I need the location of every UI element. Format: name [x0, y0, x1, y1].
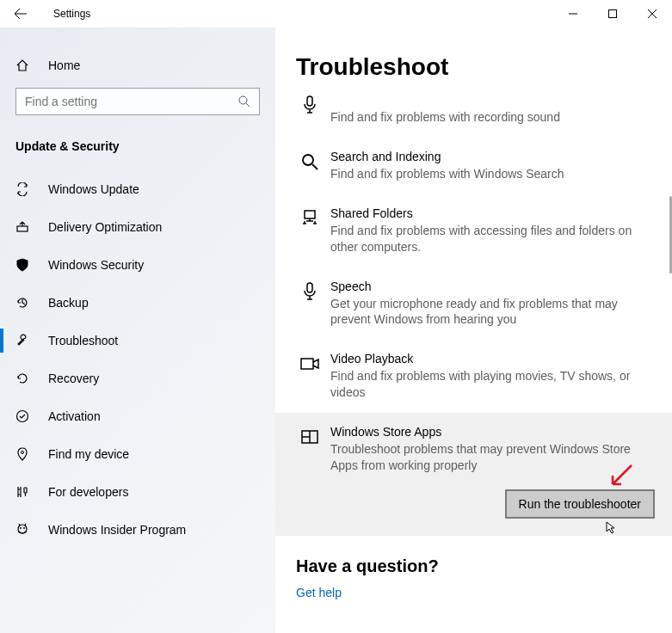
titlebar: Settings: [0, 0, 672, 28]
apps-icon: [296, 425, 324, 519]
svg-rect-0: [609, 10, 617, 18]
item-desc: Find and fix problems with recording sou…: [330, 109, 655, 126]
location-icon: [15, 447, 33, 461]
sidebar-item-recovery[interactable]: Recovery: [0, 360, 275, 397]
item-desc: Find and fix problems with playing movie…: [330, 368, 655, 401]
svg-rect-11: [307, 283, 312, 292]
troubleshoot-item-shared-folders[interactable]: Shared Folders Find and fix problems wit…: [296, 194, 655, 267]
annotation-arrow-icon: [607, 464, 633, 489]
sidebar-item-activation[interactable]: Activation: [0, 397, 275, 435]
svg-point-6: [20, 527, 22, 529]
have-question-section: Have a question? Get help: [275, 536, 672, 600]
section-header: Update & Security: [0, 127, 275, 162]
home-icon: [15, 58, 33, 72]
insider-icon: [15, 523, 33, 537]
window-controls: [553, 0, 672, 28]
maximize-button[interactable]: [593, 0, 632, 28]
sidebar: Home Update & Security Windows Update De…: [0, 28, 275, 633]
troubleshoot-item-speech[interactable]: Speech Get your microphone ready and fix…: [296, 267, 655, 341]
search-input[interactable]: [15, 88, 260, 115]
video-icon: [296, 352, 324, 401]
wrench-icon: [15, 334, 33, 347]
developers-icon: [15, 485, 33, 499]
sidebar-item-backup[interactable]: Backup: [0, 284, 275, 322]
nav-label: Activation: [48, 409, 101, 423]
troubleshoot-item-search-indexing[interactable]: Search and Indexing Find and fix problem…: [296, 138, 655, 194]
sidebar-item-for-developers[interactable]: For developers: [0, 473, 275, 511]
microphone-icon: [296, 280, 324, 329]
make-better-section: Make Windows better Give us feedback: [275, 600, 672, 633]
minimize-button[interactable]: [553, 0, 593, 28]
back-button[interactable]: [0, 0, 41, 28]
item-desc: Find and fix problems with accessing fil…: [330, 223, 655, 255]
item-desc: Get your microphone ready and fix proble…: [330, 296, 655, 329]
close-icon: [648, 9, 657, 18]
troubleshoot-item-video-playback[interactable]: Video Playback Find and fix problems wit…: [296, 340, 655, 413]
item-title: Search and Indexing: [330, 150, 655, 163]
sidebar-item-find-my-device[interactable]: Find my device: [0, 435, 275, 473]
cursor-icon: [605, 520, 619, 534]
nav-label: Troubleshoot: [48, 334, 118, 347]
nav-label: Backup: [48, 296, 89, 310]
run-troubleshooter-button[interactable]: Run the troubleshooter: [505, 489, 655, 519]
item-title: Video Playback: [330, 352, 655, 366]
item-title: Shared Folders: [330, 206, 655, 220]
close-button[interactable]: [632, 0, 672, 28]
svg-point-1: [239, 96, 247, 104]
sidebar-item-windows-insider[interactable]: Windows Insider Program: [0, 511, 275, 549]
recovery-icon: [15, 372, 33, 385]
nav-label: Find my device: [48, 447, 129, 461]
svg-point-9: [303, 155, 313, 165]
item-title: Speech: [330, 280, 655, 293]
nav-list: Windows Update Delivery Optimization Win…: [0, 170, 275, 549]
sidebar-item-windows-update[interactable]: Windows Update: [0, 170, 275, 208]
page-title: Troubleshoot: [275, 28, 672, 93]
get-help-link[interactable]: Get help: [296, 586, 342, 599]
nav-label: Delivery Optimization: [48, 220, 162, 234]
microphone-icon: [296, 93, 324, 126]
svg-rect-8: [307, 96, 312, 106]
svg-rect-10: [305, 211, 315, 218]
nav-label: Recovery: [48, 372, 99, 385]
nav-label: Windows Security: [48, 258, 144, 272]
svg-point-3: [17, 411, 28, 422]
home-label: Home: [48, 58, 80, 72]
delivery-icon: [15, 220, 33, 234]
sidebar-item-delivery-optimization[interactable]: Delivery Optimization: [0, 208, 275, 246]
nav-label: Windows Update: [48, 182, 139, 196]
sidebar-item-windows-security[interactable]: Windows Security: [0, 246, 275, 284]
search-icon: [238, 95, 250, 108]
svg-point-4: [22, 452, 24, 454]
network-computer-icon: [296, 206, 324, 255]
backup-icon: [15, 296, 33, 310]
question-heading: Have a question?: [296, 556, 672, 576]
arrow-left-icon: [14, 7, 28, 21]
shield-icon: [15, 258, 33, 272]
item-desc: Troubleshoot problems that may prevent W…: [330, 441, 655, 474]
nav-label: For developers: [48, 485, 128, 499]
maximize-icon: [608, 9, 617, 18]
svg-point-7: [23, 527, 25, 529]
nav-label: Windows Insider Program: [48, 523, 186, 537]
troubleshoot-item-windows-store-apps[interactable]: Windows Store Apps Troubleshoot problems…: [275, 413, 672, 536]
sidebar-item-troubleshoot[interactable]: Troubleshoot: [0, 322, 275, 360]
home-nav[interactable]: Home: [0, 50, 275, 81]
main-content: Troubleshoot Recording Audio Find and fi…: [275, 28, 672, 633]
window-title: Settings: [53, 8, 90, 20]
item-title: Windows Store Apps: [330, 425, 655, 439]
scroll-area[interactable]: Recording Audio Find and fix problems wi…: [275, 93, 672, 633]
svg-rect-2: [17, 226, 28, 231]
troubleshoot-item-recording-audio[interactable]: Recording Audio Find and fix problems wi…: [296, 93, 655, 138]
item-desc: Find and fix problems with Windows Searc…: [330, 166, 655, 182]
search-field[interactable]: [25, 95, 238, 108]
search-icon: [296, 150, 324, 182]
minimize-icon: [569, 9, 577, 18]
sync-icon: [15, 182, 33, 196]
check-circle-icon: [15, 409, 33, 423]
svg-rect-12: [301, 359, 313, 369]
